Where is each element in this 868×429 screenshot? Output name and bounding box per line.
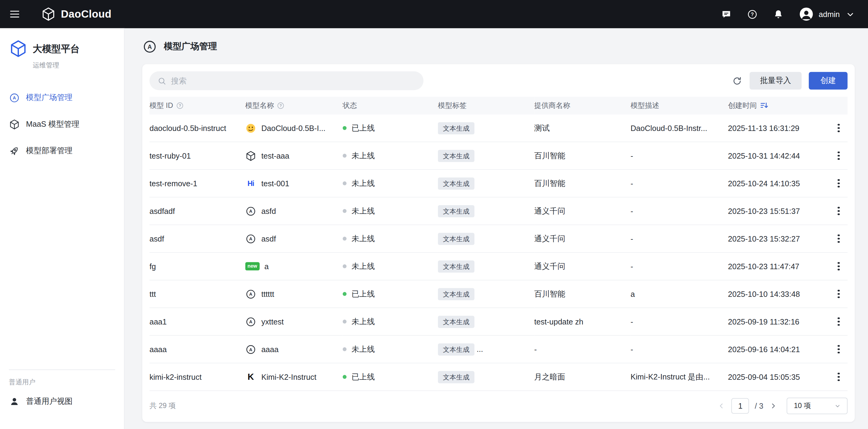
column-label: 模型名称 xyxy=(245,101,274,109)
create-button[interactable]: 创建 xyxy=(809,72,847,90)
provider-cell: - xyxy=(534,335,630,363)
circle-a-icon: A xyxy=(245,288,256,299)
tag-cell: 文本生成 xyxy=(438,280,534,308)
column-label: 状态 xyxy=(343,101,357,109)
next-page-button[interactable] xyxy=(769,401,778,410)
status-dot xyxy=(343,126,347,130)
model-table: 模型 ID ? 模型名称 ? 状态模型标签提供商名称模型描述创建时间 daocl… xyxy=(149,97,847,391)
row-actions-button[interactable] xyxy=(831,341,846,358)
platform-logo-icon xyxy=(9,39,30,58)
new-badge-icon: new xyxy=(245,262,259,270)
table-row: aaa1 A yxttest未上线文本生成test-update zh-2025… xyxy=(149,308,847,335)
column-header: 提供商名称 xyxy=(534,97,630,114)
rocket-icon xyxy=(9,145,20,157)
svg-text:?: ? xyxy=(279,103,282,108)
tag-badge: 文本生成 xyxy=(438,371,474,383)
status-label: 未上线 xyxy=(351,317,375,327)
sidebar: 大模型平台 运维管理 A 模型广场管理 MaaS 模型管理 模型部署管理 普通用… xyxy=(0,28,125,429)
status-label: 未上线 xyxy=(351,206,375,216)
sidebar-item-label: 普通用户视图 xyxy=(26,396,73,406)
row-actions-button[interactable] xyxy=(831,258,846,275)
model-name: a xyxy=(264,262,269,271)
model-id-cell: asdf xyxy=(149,225,245,253)
row-actions-button[interactable] xyxy=(831,147,846,164)
sidebar-item-label: 模型部署管理 xyxy=(26,146,73,156)
model-name: aaaa xyxy=(261,345,279,354)
status-label: 未上线 xyxy=(351,234,375,244)
row-actions-button[interactable] xyxy=(831,313,846,330)
row-actions-button[interactable] xyxy=(831,230,846,247)
status-cell: 未上线 xyxy=(343,308,438,335)
hexagon-icon xyxy=(9,119,20,130)
search-input[interactable] xyxy=(171,76,416,85)
brand: DaoCloud xyxy=(41,7,112,22)
help-button[interactable]: ? xyxy=(747,8,757,20)
column-header: 模型名称 ? xyxy=(245,97,342,114)
platform-subtitle: 运维管理 xyxy=(33,61,116,70)
row-actions-button[interactable] xyxy=(831,203,846,219)
search-box[interactable] xyxy=(149,71,423,90)
topbar-actions: ? xyxy=(721,7,856,22)
bulk-import-button[interactable]: 批量导入 xyxy=(750,72,802,90)
prev-page-button[interactable] xyxy=(717,401,726,410)
actions-cell xyxy=(831,225,848,253)
model-id-cell: daocloud-0.5b-instruct xyxy=(149,114,245,142)
daocloud-logo-icon xyxy=(41,7,56,22)
description-cell: DaoCloud-0.5B-Instr... xyxy=(630,114,728,142)
column-help-icon[interactable]: ? xyxy=(176,102,183,109)
notifications-button[interactable] xyxy=(773,8,784,20)
actions-cell xyxy=(831,308,848,335)
status-label: 未上线 xyxy=(351,344,375,354)
created-time-cell: 2025-09-04 15:05:35 xyxy=(728,363,831,391)
sidebar-item-user-view[interactable]: 普通用户视图 xyxy=(0,388,124,415)
model-name: tttttt xyxy=(261,290,274,298)
row-actions-button[interactable] xyxy=(831,286,846,302)
status-cell: 未上线 xyxy=(343,169,438,197)
model-name-cell: newa xyxy=(245,253,342,280)
status-dot xyxy=(343,154,347,158)
main-content: A 模型广场管理 xyxy=(125,28,868,429)
model-name-cell: test-aaa xyxy=(245,142,342,169)
row-actions-button[interactable] xyxy=(831,368,846,385)
created-time-cell: 2025-10-24 14:10:35 xyxy=(728,169,831,197)
svg-text:?: ? xyxy=(751,11,754,17)
model-marketplace-icon: A xyxy=(142,39,157,54)
provider-cell: 通义千问 xyxy=(534,197,630,225)
svg-text:A: A xyxy=(249,292,252,297)
user-menu[interactable]: admin xyxy=(799,7,856,22)
row-actions-button[interactable] xyxy=(831,175,846,192)
tag-badge: 文本生成 xyxy=(438,177,474,189)
sidebar-item[interactable]: MaaS 模型管理 xyxy=(0,111,124,138)
provider-cell: 百川智能 xyxy=(534,142,630,169)
platform-brand: 大模型平台 运维管理 xyxy=(0,28,124,70)
created-time-cell: 2025-09-16 14:04:21 xyxy=(728,335,831,363)
sidebar-item[interactable]: 模型部署管理 xyxy=(0,138,124,164)
column-header: 模型标签 xyxy=(438,97,534,114)
menu-toggle-button[interactable] xyxy=(9,8,20,20)
model-name: yxttest xyxy=(261,317,284,326)
page-size-select[interactable]: 10 项 xyxy=(787,398,848,415)
sort-icon[interactable] xyxy=(760,101,768,109)
created-time-cell: 2025-11-13 16:31:29 xyxy=(728,114,831,142)
model-name: asdf xyxy=(261,234,276,243)
tag-overflow: ... xyxy=(476,344,483,353)
table-header-row: 模型 ID ? 模型名称 ? 状态模型标签提供商名称模型描述创建时间 xyxy=(149,97,847,114)
column-help-icon[interactable]: ? xyxy=(277,102,284,109)
model-id-cell: fg xyxy=(149,253,245,280)
page-number-input[interactable] xyxy=(732,398,749,414)
status-cell: 未上线 xyxy=(343,253,438,280)
sidebar-nav: A 模型广场管理 MaaS 模型管理 模型部署管理 xyxy=(0,85,124,164)
messages-button[interactable] xyxy=(721,8,732,20)
row-actions-button[interactable] xyxy=(831,120,846,136)
bell-icon xyxy=(773,8,784,20)
table-row: test-ruby-01 test-aaa未上线文本生成百川智能-2025-10… xyxy=(149,142,847,169)
tag-cell: 文本生成... xyxy=(438,335,534,363)
topbar: DaoCloud ? xyxy=(0,0,868,28)
sidebar-item[interactable]: A 模型广场管理 xyxy=(0,85,124,111)
model-id-cell: aaaa xyxy=(149,335,245,363)
tag-badge: 文本生成 xyxy=(438,343,474,355)
refresh-button[interactable] xyxy=(732,75,742,86)
hexagon-icon xyxy=(245,150,256,161)
description-cell: - xyxy=(630,169,728,197)
status-label: 已上线 xyxy=(351,123,375,133)
